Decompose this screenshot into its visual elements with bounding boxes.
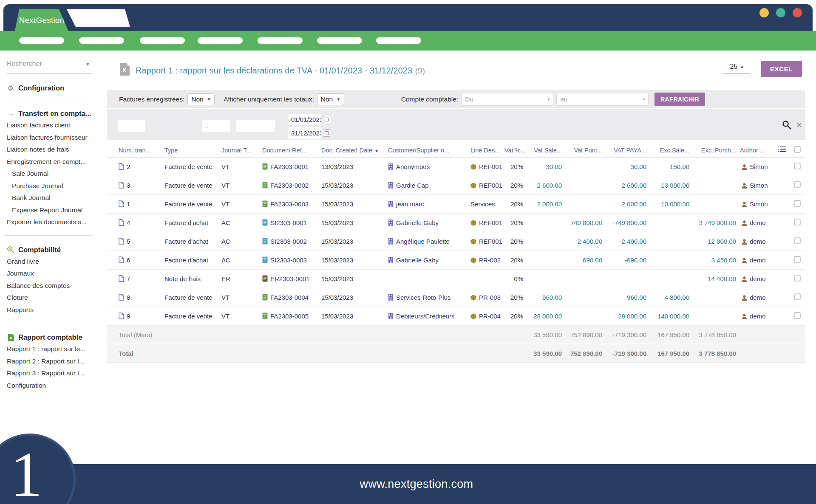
date-to-input[interactable] bbox=[288, 127, 321, 139]
column-header[interactable]: Num. tran... bbox=[107, 143, 164, 158]
document-ref-cell[interactable]: FA2303-0001 bbox=[262, 158, 321, 176]
clear-icon[interactable]: ✕ bbox=[796, 121, 802, 130]
row-checkbox[interactable] bbox=[794, 200, 801, 207]
totals-only-select[interactable]: Non▼ bbox=[317, 93, 344, 105]
transaction-number-cell[interactable]: 6 bbox=[107, 251, 164, 270]
row-checkbox[interactable] bbox=[794, 275, 801, 282]
row-checkbox[interactable] bbox=[794, 219, 801, 225]
row-checkbox[interactable] bbox=[794, 293, 801, 300]
excel-export-button[interactable]: EXCEL bbox=[761, 61, 802, 77]
document-ref-cell[interactable]: SI2303-0003 bbox=[262, 251, 321, 270]
window-maximize-dot[interactable] bbox=[776, 8, 785, 17]
column-header[interactable]: Vat Purc... bbox=[565, 143, 606, 158]
transaction-number-cell[interactable]: 1 bbox=[107, 195, 164, 214]
customer-supplier-cell[interactable]: Services-Roto-Plus bbox=[388, 288, 470, 307]
column-header[interactable]: Line Des... bbox=[470, 143, 504, 158]
author-cell[interactable]: demo bbox=[740, 232, 788, 251]
column-header[interactable]: Customer/Supplier n... bbox=[388, 143, 470, 158]
page-size-select[interactable]: 25˅ bbox=[722, 63, 751, 74]
document-ref-cell[interactable]: ER2303-0001 bbox=[262, 270, 321, 288]
column-header[interactable]: Vat Sale... bbox=[527, 143, 565, 158]
document-ref-cell[interactable]: FA2303-0005 bbox=[262, 307, 321, 326]
author-cell[interactable]: demo bbox=[740, 251, 788, 270]
sidebar-item[interactable]: Rapports bbox=[7, 304, 97, 316]
document-ref-cell[interactable]: SI2303-0002 bbox=[262, 232, 321, 251]
column-header[interactable]: Vat %... bbox=[504, 143, 527, 158]
sidebar-group-transfert[interactable]: →Transfert en compta... bbox=[7, 110, 94, 118]
sidebar-item[interactable]: Sale Journal bbox=[12, 168, 97, 180]
customer-supplier-cell[interactable]: Gabrielle Gaby bbox=[388, 214, 470, 232]
date-from-input[interactable] bbox=[288, 114, 321, 125]
nav-item-placeholder[interactable] bbox=[198, 37, 243, 44]
sidebar-item[interactable]: Liaison factures client bbox=[7, 119, 97, 132]
sidebar-item[interactable]: Enregistrement en compt... bbox=[7, 156, 97, 168]
window-minimize-dot[interactable] bbox=[759, 8, 769, 17]
select-all-checkbox[interactable] bbox=[794, 146, 801, 153]
column-header[interactable]: Exc. Purch... bbox=[693, 143, 740, 158]
column-header[interactable]: Document Ref... bbox=[262, 143, 321, 158]
search-icon[interactable] bbox=[782, 120, 791, 131]
sidebar-item[interactable]: Configuration bbox=[7, 380, 97, 392]
transaction-number-cell[interactable]: 5 bbox=[107, 232, 164, 251]
row-checkbox[interactable] bbox=[794, 163, 801, 169]
author-cell[interactable]: demo bbox=[740, 288, 788, 307]
column-header[interactable]: Author ... bbox=[740, 143, 788, 158]
sidebar-item[interactable]: Grand livre bbox=[7, 256, 97, 268]
nav-item-placeholder[interactable] bbox=[19, 37, 64, 44]
author-cell[interactable]: demo bbox=[740, 307, 788, 326]
registered-filter-select[interactable]: Non▼ bbox=[187, 93, 215, 105]
column-header[interactable]: Journal T... bbox=[221, 143, 262, 158]
sidebar-item[interactable]: Rapport 1 : rapport sur le... bbox=[7, 343, 97, 355]
document-ref-cell[interactable]: FA2303-0004 bbox=[262, 288, 321, 307]
transaction-number-cell[interactable]: 8 bbox=[107, 288, 164, 307]
author-cell[interactable]: Simon bbox=[740, 158, 788, 176]
transaction-number-cell[interactable]: 9 bbox=[107, 307, 164, 326]
nav-item-placeholder[interactable] bbox=[79, 37, 124, 44]
account-from-select[interactable]: Du▾ bbox=[461, 93, 553, 106]
document-ref-cell[interactable]: SI2303-0001 bbox=[262, 214, 321, 232]
sidebar-item[interactable]: Bank Journal bbox=[12, 192, 97, 204]
row-checkbox[interactable] bbox=[794, 312, 801, 319]
journal-filter-input[interactable] bbox=[202, 120, 230, 132]
sidebar-item[interactable]: Liaison notes de frais bbox=[7, 144, 97, 156]
calendar-icon[interactable] bbox=[323, 130, 330, 137]
sidebar-item[interactable]: Balance des comptes bbox=[7, 280, 97, 292]
transaction-number-cell[interactable]: 2 bbox=[107, 158, 164, 176]
transaction-number-cell[interactable]: 7 bbox=[107, 270, 164, 288]
sidebar-group-rapport-comptable[interactable]: xRapport comptable bbox=[7, 333, 94, 341]
sidebar-item[interactable]: Journaux bbox=[7, 267, 97, 280]
sidebar-item[interactable]: Expense Report Journal bbox=[12, 204, 97, 217]
num-filter-input[interactable] bbox=[118, 120, 145, 132]
sidebar-item[interactable]: Exporter les documents s... bbox=[7, 216, 97, 228]
nav-item-placeholder[interactable] bbox=[258, 37, 303, 44]
nav-item-placeholder[interactable] bbox=[376, 37, 421, 44]
customer-supplier-cell[interactable]: jean marc bbox=[388, 195, 470, 214]
sidebar-item[interactable]: Purchase Journal bbox=[12, 180, 97, 192]
sidebar-item[interactable]: Liaison factures fournisseur bbox=[7, 132, 97, 144]
author-cell[interactable]: Simon bbox=[740, 176, 788, 195]
customer-supplier-cell[interactable]: Anonymous bbox=[388, 158, 470, 176]
row-checkbox[interactable] bbox=[794, 181, 801, 188]
column-header[interactable]: Exc.Sale... bbox=[650, 143, 693, 158]
document-ref-cell[interactable]: FA2303-0003 bbox=[262, 195, 321, 214]
document-ref-cell[interactable]: FA2303-0002 bbox=[262, 176, 321, 195]
account-to-select[interactable]: au▾ bbox=[556, 93, 649, 106]
customer-supplier-cell[interactable]: Angélique Paulette bbox=[388, 232, 470, 251]
window-close-dot[interactable] bbox=[793, 8, 802, 17]
transaction-number-cell[interactable]: 4 bbox=[107, 214, 164, 232]
customer-supplier-cell[interactable]: Gabrielle Gaby bbox=[388, 251, 470, 270]
sidebar-group-configuration[interactable]: ⚙Configuration bbox=[7, 84, 94, 92]
row-checkbox[interactable] bbox=[794, 237, 801, 244]
customer-supplier-cell[interactable]: Debiteurs/Crediteurs bbox=[388, 307, 470, 326]
nav-item-placeholder[interactable] bbox=[317, 37, 362, 44]
row-checkbox[interactable] bbox=[794, 256, 801, 263]
sidebar-item[interactable]: Rapport 3 : Rapport sur l... bbox=[7, 367, 97, 380]
nav-item-placeholder[interactable] bbox=[140, 37, 185, 44]
refresh-button[interactable]: RAFRAICHIR bbox=[654, 93, 705, 106]
calendar-icon[interactable] bbox=[323, 116, 330, 123]
sidebar-search-input[interactable]: Rechercher ▼ bbox=[7, 60, 92, 74]
secondary-tab[interactable] bbox=[67, 9, 130, 27]
customer-supplier-cell[interactable] bbox=[388, 270, 470, 288]
author-cell[interactable]: demo bbox=[740, 214, 788, 232]
sidebar-group-comptabilite[interactable]: $Comptabilité bbox=[7, 246, 94, 254]
